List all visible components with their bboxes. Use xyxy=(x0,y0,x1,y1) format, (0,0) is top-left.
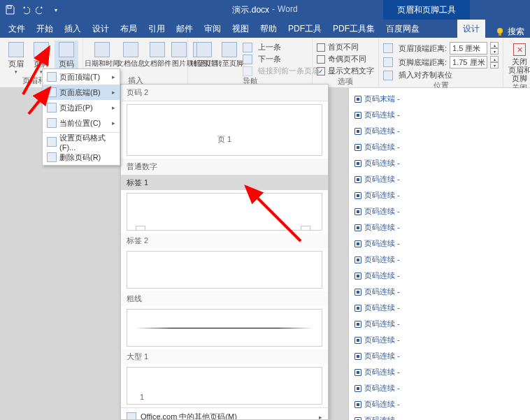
redo-icon[interactable] xyxy=(35,4,46,15)
checkbox-icon xyxy=(317,55,325,64)
tell-me-search[interactable]: 搜索 xyxy=(489,26,530,38)
next-section-button[interactable]: 下一条 xyxy=(243,54,320,64)
page-continue-item[interactable]: 页码连续 - xyxy=(353,380,526,396)
page-continue-item[interactable]: 页码连续 - xyxy=(353,348,526,364)
annotation-arrow-2 xyxy=(25,82,60,120)
page-continue-item[interactable]: 页码连续 - xyxy=(353,396,526,412)
spinner-buttons[interactable]: ▴▾ xyxy=(490,42,499,55)
page-continue-item[interactable]: 页码连续 - xyxy=(353,284,526,300)
tab-file[interactable]: 文件 xyxy=(3,20,31,38)
footer-bottom-input[interactable]: 1.75 厘米 xyxy=(450,56,487,68)
anchor-icon xyxy=(354,96,361,103)
anchor-icon xyxy=(354,273,361,280)
spinner-buttons[interactable]: ▴▾ xyxy=(490,56,499,68)
chevron-down-icon: ▾ xyxy=(15,69,17,75)
current-pos-icon xyxy=(47,118,57,128)
goto-footer-button[interactable]: 转至页脚 xyxy=(217,41,241,76)
first-page-diff-checkbox[interactable]: 首页不同 xyxy=(317,42,374,52)
page-continue-item[interactable]: 页码连续 - xyxy=(353,332,526,348)
tab-insert[interactable]: 插入 xyxy=(59,20,87,38)
tab-home[interactable]: 开始 xyxy=(31,20,59,38)
notch-icon xyxy=(136,226,145,230)
title-sep: - xyxy=(272,4,275,16)
menu-format-page-numbers[interactable]: 设置页码格式(F)... xyxy=(43,134,120,150)
tab-baidu[interactable]: 百度网盘 xyxy=(380,20,425,38)
tab-pdftool[interactable]: PDF工具 xyxy=(282,20,327,38)
anchor-icon xyxy=(354,289,361,296)
footer-bottom-distance[interactable]: 页脚底端距离: 1.75 厘米 ▴▾ xyxy=(383,56,499,68)
page-continue-item[interactable]: 页码连续 - xyxy=(353,252,526,268)
anchor-icon xyxy=(354,369,361,376)
gallery-item-thickline[interactable] xyxy=(127,309,322,347)
anchor-icon xyxy=(354,128,361,135)
info-icon xyxy=(123,42,138,57)
menu-remove-page-numbers[interactable]: 删除页码(R) xyxy=(43,150,120,165)
tab-pdftoolset[interactable]: PDF工具集 xyxy=(327,20,380,38)
gallery-item-large1[interactable]: 1 xyxy=(127,367,322,405)
page-continue-item[interactable]: 页码连续 - xyxy=(353,268,526,284)
contextual-tool-label: 页眉和页脚工具 xyxy=(383,0,470,20)
page-continue-item[interactable]: 页码连续 - xyxy=(353,236,526,252)
header-top-distance[interactable]: 页眉顶端距离: 1.5 厘米 ▴▾ xyxy=(383,42,499,55)
link-previous-button[interactable]: 链接到前一条页眉 xyxy=(243,66,320,76)
odd-even-diff-checkbox[interactable]: 奇偶页不同 xyxy=(317,54,374,64)
anchor-icon xyxy=(354,321,361,328)
tab-mailings[interactable]: 邮件 xyxy=(171,20,199,38)
page-continue-item[interactable]: 页码连续 - xyxy=(353,171,526,187)
search-label: 搜索 xyxy=(508,26,524,38)
page-continue-item[interactable]: 页码连续 - xyxy=(353,316,526,332)
thickline-icon xyxy=(136,328,313,328)
tab-design[interactable]: 设计 xyxy=(87,20,115,38)
qat-dropdown-icon[interactable]: ▾ xyxy=(50,4,62,15)
quickparts-icon xyxy=(150,42,165,57)
gallery-footer: Office.com 中的其他页码(M)▸ 将所选内容另存为页码(底端)(S) xyxy=(121,407,328,420)
tab-view[interactable]: 视图 xyxy=(227,20,255,38)
page-end-item[interactable]: 页码末端 - xyxy=(353,91,526,107)
gallery-thickline: 粗线 xyxy=(121,291,328,306)
header-top-input[interactable]: 1.5 厘米 xyxy=(450,42,487,55)
undo-icon[interactable] xyxy=(20,4,31,15)
calendar-icon xyxy=(94,42,110,57)
tab-help[interactable]: 帮助 xyxy=(255,20,282,38)
page-continue-item[interactable]: 页码连续 - xyxy=(353,364,526,380)
pictures-button[interactable]: 图片 xyxy=(171,41,187,68)
page-continue-item[interactable]: 页码连续 - xyxy=(353,187,526,203)
gallery-preview-item[interactable]: 页 1 xyxy=(127,104,322,156)
page-continue-item[interactable]: 页码连续 - xyxy=(353,219,526,236)
large1-number: 1 xyxy=(140,393,144,401)
tab-context-design[interactable]: 设计 xyxy=(457,20,485,38)
close-icon: ✕ xyxy=(513,43,526,56)
group-navigation: 转至页眉 转至页脚 上一条 下一条 链接到前一条页眉 导航 xyxy=(188,38,313,87)
gallery-item-label2[interactable] xyxy=(127,251,322,289)
gallery-section-plain: 普通数字 xyxy=(121,159,328,175)
align-tab-icon xyxy=(383,71,393,80)
goto-footer-icon xyxy=(222,42,237,57)
tab-layout[interactable]: 布局 xyxy=(115,20,143,38)
prev-section-button[interactable]: 上一条 xyxy=(243,42,320,52)
quickparts-button[interactable]: 文档部件 xyxy=(145,41,170,68)
page-continue-item[interactable]: 页码连续 - xyxy=(353,139,526,155)
lightbulb-icon xyxy=(495,27,505,37)
header-distance-icon xyxy=(383,43,393,53)
page-continue-item[interactable]: 页码连续 - xyxy=(353,300,526,316)
page-continue-item[interactable]: 页码连续 - xyxy=(353,123,526,139)
office-icon xyxy=(127,412,136,421)
tab-review[interactable]: 审阅 xyxy=(199,20,227,38)
gallery-more-office[interactable]: Office.com 中的其他页码(M)▸ xyxy=(121,408,328,420)
show-doc-text-checkbox[interactable]: ✓显示文档文字 xyxy=(317,66,374,76)
insert-align-tab-button[interactable]: 插入对齐制表位 xyxy=(383,70,499,80)
page-continue-item[interactable]: 页码连续 - xyxy=(353,412,526,420)
page-continue-item[interactable]: 页码连续 - xyxy=(353,203,526,219)
remove-icon xyxy=(47,152,57,162)
anchor-icon xyxy=(354,208,361,215)
page-continue-item[interactable]: 页码连续 - xyxy=(353,155,526,171)
save-icon[interactable] xyxy=(4,4,15,15)
goto-header-button[interactable]: 转至页眉 xyxy=(192,41,216,76)
docinfo-button[interactable]: 文档信息 xyxy=(118,41,143,68)
gallery-section-header: 页码 2 xyxy=(121,85,328,101)
quick-access-toolbar: ▾ xyxy=(0,4,62,15)
tab-references[interactable]: 引用 xyxy=(143,20,171,38)
datetime-button[interactable]: 日期和时间 xyxy=(87,41,117,68)
page-continue-item[interactable]: 页码连续 - xyxy=(353,107,526,123)
close-header-footer-button[interactable]: ✕ 关闭页眉和页脚 xyxy=(508,41,530,82)
